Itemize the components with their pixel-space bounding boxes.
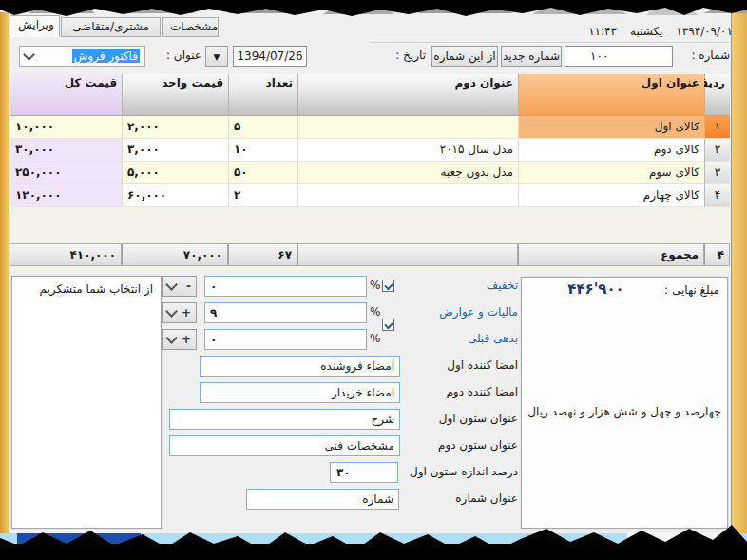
- total-price-cell[interactable]: ۱۰,۰۰۰: [10, 116, 122, 139]
- tax-sign-dropdown[interactable]: +: [162, 302, 197, 323]
- column1-title-label: عنوان ستون اول: [404, 412, 518, 425]
- col-header-title2[interactable]: عنوان دوم: [297, 74, 518, 116]
- title2-cell[interactable]: [297, 184, 518, 207]
- total-price-cell[interactable]: ۳۰,۰۰۰: [10, 139, 122, 162]
- row-number-cell[interactable]: ۳: [704, 162, 730, 184]
- signer2-input[interactable]: امضاء خریدار: [200, 382, 400, 403]
- qty-cell[interactable]: ۵۰: [228, 162, 297, 184]
- chevron-down-icon: [23, 48, 35, 61]
- redaction-bottom: [0, 521, 747, 560]
- from-this-number-button[interactable]: از این شماره: [431, 46, 498, 67]
- chevron-down-icon: [165, 279, 178, 291]
- col-header-unit-price[interactable]: قیمت واحد: [122, 74, 228, 116]
- title1-cell[interactable]: کالای اول: [518, 116, 704, 139]
- sign-label: +: [182, 333, 191, 346]
- sign-label: +: [182, 306, 191, 319]
- summary-bar: ۴ مجموع ۶۷ ۷۰,۰۰۰ ۴۱۰,۰۰۰: [10, 243, 730, 266]
- final-amount-panel: مبلغ نهایی : ۴۴۶'۹۰۰ چهارصد و چهل و شش ه…: [521, 277, 728, 529]
- date-label: تاریخ :: [373, 48, 426, 62]
- table-row[interactable]: ۳ کالای سوم مدل بدون جعبه ۵۰ ۵,۰۰۰ ۲۵۰,۰…: [10, 162, 730, 184]
- discount-sign-dropdown[interactable]: -: [162, 276, 197, 297]
- title-dropdown-button[interactable]: ▼: [205, 46, 228, 67]
- tab-edit[interactable]: ویرایش: [10, 15, 60, 37]
- note-textarea[interactable]: از انتخاب شما متشکریم: [11, 276, 162, 529]
- column1-width-percent-label: درصد اندازه ستون اول: [385, 465, 518, 478]
- previous-debt-input[interactable]: ۰: [204, 329, 367, 350]
- datetime-date: ۱۳۹۴/۰۹/۰۱: [676, 25, 733, 38]
- signer1-input[interactable]: امضاء فروشنده: [200, 356, 400, 377]
- signer1-label: امضا کننده اول: [404, 358, 518, 372]
- row-number-cell[interactable]: ۲: [704, 139, 730, 162]
- summary-grand-total: ۴۱۰,۰۰۰: [10, 243, 122, 266]
- title1-cell[interactable]: کالای سوم: [518, 162, 704, 184]
- chevron-down-icon: [165, 305, 178, 318]
- number-input[interactable]: ۱۰۰: [565, 46, 673, 67]
- title-selected-value: فاکتور فروش: [72, 49, 140, 63]
- number-title-input[interactable]: شماره: [246, 489, 399, 510]
- column1-title-input[interactable]: شرح: [169, 409, 400, 430]
- date-input[interactable]: 1394/07/26: [233, 46, 307, 67]
- table-row[interactable]: ۱ کالای اول ۵ ۲,۰۰۰ ۱۰,۰۰۰: [10, 116, 730, 139]
- number-title-label: عنوان شماره: [404, 492, 518, 505]
- window-frame-left: [0, 12, 9, 560]
- caret-down-icon: ▼: [214, 52, 220, 62]
- column2-title-label: عنوان ستون دوم: [404, 438, 518, 452]
- title2-cell[interactable]: مدل سال ۲۰۱۵: [297, 139, 518, 162]
- invoice-window: ویرایش مشتری/متقاضی مشخصات ۱۳۹۴/۰۹/۰۱ یک…: [0, 0, 747, 560]
- redaction-top: [0, 0, 747, 25]
- tax-checkbox[interactable]: [382, 319, 394, 331]
- final-amount-value: ۴۴۶'۹۰۰: [535, 280, 657, 298]
- col-header-qty[interactable]: تعداد: [228, 74, 297, 116]
- table-row[interactable]: ۲ کالای دوم مدل سال ۲۰۱۵ ۱۰ ۳,۰۰۰ ۳۰,۰۰۰: [10, 139, 730, 162]
- sign-label: -: [186, 280, 191, 293]
- unit-price-cell[interactable]: ۵,۰۰۰: [122, 162, 228, 184]
- tax-label: مالیات و عوارض: [404, 305, 518, 319]
- chevron-down-icon: [165, 332, 178, 344]
- title1-cell[interactable]: کالای چهارم: [518, 184, 704, 207]
- title2-cell[interactable]: مدل بدون جعبه: [297, 162, 518, 184]
- discount-percent-label: %: [370, 279, 380, 292]
- window-frame-right: [731, 12, 747, 560]
- title-combobox[interactable]: فاکتور فروش: [19, 46, 145, 67]
- discount-checkbox[interactable]: [382, 280, 394, 292]
- unit-price-cell[interactable]: ۲,۰۰۰: [122, 116, 228, 139]
- items-table: ردیف عنوان اول عنوان دوم تعداد قیمت واحد…: [10, 74, 730, 207]
- column2-title-input[interactable]: مشخصات فنی: [169, 435, 400, 456]
- qty-cell[interactable]: ۲: [228, 184, 297, 207]
- summary-title2: [297, 243, 518, 266]
- summary-unit-total: ۷۰,۰۰۰: [122, 243, 228, 266]
- header-divider: [371, 42, 730, 43]
- row-number-cell[interactable]: ۱: [704, 116, 730, 139]
- summary-row-count: ۴: [704, 243, 730, 266]
- datetime-weekday: یکشنبه: [630, 25, 662, 38]
- unit-price-cell[interactable]: ۶۰,۰۰۰: [122, 184, 228, 207]
- discount-label: تخفیف: [404, 279, 518, 292]
- qty-cell[interactable]: ۱۰: [228, 139, 297, 162]
- summary-label: مجموع: [518, 243, 704, 266]
- datetime: ۱۳۹۴/۰۹/۰۱ یکشنبه ۱۱:۴۳: [546, 25, 733, 38]
- title-label: عنوان :: [147, 48, 201, 62]
- signer2-label: امضا کننده دوم: [404, 385, 518, 398]
- final-amount-in-words: چهارصد و چهل و شش هزار و نهصد ریال: [526, 405, 723, 418]
- title1-cell[interactable]: کالای دوم: [518, 139, 704, 162]
- total-price-cell[interactable]: ۲۵۰,۰۰۰: [10, 162, 122, 184]
- total-price-cell[interactable]: ۱۲۰,۰۰۰: [10, 184, 122, 207]
- table-header-row: ردیف عنوان اول عنوان دوم تعداد قیمت واحد…: [10, 74, 730, 116]
- qty-cell[interactable]: ۵: [228, 116, 297, 139]
- table-row[interactable]: ۴ کالای چهارم ۲ ۶۰,۰۰۰ ۱۲۰,۰۰۰: [10, 184, 730, 207]
- tax-input[interactable]: ۹: [204, 302, 367, 323]
- previous-debt-sign-dropdown[interactable]: +: [162, 329, 197, 350]
- title2-cell[interactable]: [297, 116, 518, 139]
- number-label: شماره :: [675, 48, 730, 62]
- summary-qty: ۶۷: [228, 243, 297, 266]
- unit-price-cell[interactable]: ۳,۰۰۰: [122, 139, 228, 162]
- new-number-button[interactable]: شماره جدید: [501, 46, 562, 67]
- col-header-total-price[interactable]: قیمت کل: [10, 74, 122, 116]
- check-icon: [384, 319, 394, 330]
- col-header-row[interactable]: ردیف: [704, 74, 730, 116]
- tax-percent-label: %: [370, 305, 380, 319]
- final-amount-label: مبلغ نهایی :: [664, 283, 719, 297]
- col-header-title1[interactable]: عنوان اول: [518, 74, 704, 116]
- row-number-cell[interactable]: ۴: [704, 184, 730, 207]
- discount-input[interactable]: ۰: [204, 276, 367, 297]
